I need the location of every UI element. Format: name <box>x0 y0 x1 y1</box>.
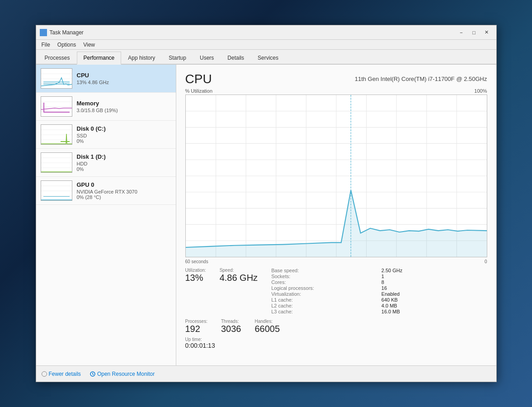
svg-rect-1 <box>44 30 46 32</box>
cpu-title: CPU <box>185 72 212 86</box>
content-area: CPU 13% 4.86 GHz Memory 3.0/15.8 <box>36 65 496 365</box>
sidebar-item-memory[interactable]: Memory 3.0/15.8 GB (19%) <box>36 93 176 121</box>
window-title: Task Manager <box>50 29 456 36</box>
open-resource-monitor-button[interactable]: Open Resource Monitor <box>90 371 155 377</box>
tab-details[interactable]: Details <box>221 52 251 64</box>
processes-stat-label: Processes: <box>185 319 207 324</box>
utilization-label: % Utilization <box>185 88 213 94</box>
cpu-sidebar-name: CPU <box>77 72 171 79</box>
svg-rect-0 <box>41 30 43 32</box>
l2-value: 4.0 MB <box>381 303 487 308</box>
l1-value: 640 KB <box>381 297 487 303</box>
processes-stat-value: 192 <box>185 324 207 334</box>
memory-sidebar-detail: 3.0/15.8 GB (19%) <box>77 108 171 113</box>
l3-value: 16.0 MB <box>381 309 487 314</box>
base-speed-value: 2.50 GHz <box>381 268 487 273</box>
sidebar-item-disk1[interactable]: Disk 1 (D:) HDD 0% <box>36 149 176 177</box>
chart-wrapper: % Utilization 100% <box>185 88 487 264</box>
tab-processes[interactable]: Processes <box>38 52 77 64</box>
menu-file[interactable]: File <box>38 41 54 49</box>
sidebar-item-gpu[interactable]: GPU 0 NVIDIA GeForce RTX 3070 0% (28 °C) <box>36 177 176 205</box>
app-icon <box>40 29 47 36</box>
chart-top-labels: % Utilization 100% <box>185 88 487 95</box>
speed-stat-value: 4.86 GHz <box>220 273 258 283</box>
cpu-chart <box>185 95 487 257</box>
disk0-thumbnail <box>41 124 72 145</box>
menu-bar: File Options View <box>36 40 496 50</box>
svg-rect-3 <box>44 33 46 35</box>
cores-value: 8 <box>381 279 487 285</box>
stat-utilization: Utilization: 13% <box>185 268 206 283</box>
base-speed-label: Base speed: <box>271 268 377 273</box>
disk0-sidebar-detail1: SSD <box>77 133 171 138</box>
virtualization-label: Virtualization: <box>271 291 377 297</box>
tab-performance[interactable]: Performance <box>77 52 122 65</box>
gpu-thumbnail <box>41 180 72 201</box>
menu-view[interactable]: View <box>80 41 99 49</box>
minimize-button[interactable]: − <box>456 28 467 37</box>
disk1-thumbnail <box>41 152 72 173</box>
monitor-icon <box>90 371 95 377</box>
gpu-sidebar-detail2: 0% (28 °C) <box>77 194 171 200</box>
min-label: 0 <box>485 259 487 264</box>
svg-rect-8 <box>41 97 72 117</box>
sidebar-item-cpu[interactable]: CPU 13% 4.86 GHz <box>36 65 176 93</box>
time-label: 60 seconds <box>185 259 208 264</box>
tab-services[interactable]: Services <box>251 52 285 64</box>
cores-label: Cores: <box>271 279 377 285</box>
threads-stat-value: 3036 <box>221 324 241 334</box>
memory-thumbnail <box>41 96 72 117</box>
handles-stat-value: 66005 <box>254 324 280 334</box>
disk0-sidebar-detail2: 0% <box>77 138 171 144</box>
open-monitor-label: Open Resource Monitor <box>97 371 155 377</box>
logical-value: 16 <box>381 285 487 291</box>
disk1-sidebar-detail2: 0% <box>77 166 171 172</box>
tab-users[interactable]: Users <box>193 52 221 64</box>
l3-label: L3 cache: <box>271 309 377 314</box>
menu-options[interactable]: Options <box>54 41 80 49</box>
gpu-sidebar-name: GPU 0 <box>77 181 171 188</box>
fewer-details-button[interactable]: Fewer details <box>42 371 81 377</box>
stat-handles: Handles: 66005 <box>254 319 280 334</box>
sidebar: CPU 13% 4.86 GHz Memory 3.0/15.8 <box>36 65 176 365</box>
maximize-button[interactable]: □ <box>468 28 480 37</box>
threads-stat-label: Threads: <box>221 319 241 324</box>
gpu-sidebar-info: GPU 0 NVIDIA GeForce RTX 3070 0% (28 °C) <box>77 181 171 200</box>
title-bar: Task Manager − □ ✕ <box>36 25 496 40</box>
logical-label: Logical processors: <box>271 285 377 291</box>
cpu-subtitle: 11th Gen Intel(R) Core(TM) i7-11700F @ 2… <box>355 76 487 82</box>
disk1-sidebar-name: Disk 1 (D:) <box>77 153 171 160</box>
disk0-sidebar-info: Disk 0 (C:) SSD 0% <box>77 125 171 144</box>
main-panel: CPU 11th Gen Intel(R) Core(TM) i7-11700F… <box>176 65 496 365</box>
close-button[interactable]: ✕ <box>481 28 493 37</box>
stat-threads: Threads: 3036 <box>221 319 241 334</box>
tab-bar: Processes Performance App history Startu… <box>36 50 496 65</box>
speed-stat-label: Speed: <box>220 268 258 273</box>
cpu-thumbnail <box>41 68 72 89</box>
svg-line-47 <box>93 374 94 375</box>
cpu-sidebar-info: CPU 13% 4.86 GHz <box>77 72 171 85</box>
stat-processes: Processes: 192 <box>185 319 207 334</box>
fewer-details-label: Fewer details <box>49 371 81 377</box>
max-percent-label: 100% <box>474 88 487 95</box>
uptime-value: 0:00:01:13 <box>185 342 487 349</box>
virtualization-value: Enabled <box>381 291 487 297</box>
sidebar-item-disk0[interactable]: Disk 0 (C:) SSD 0% <box>36 121 176 149</box>
cpu-sidebar-detail: 13% 4.86 GHz <box>77 80 171 85</box>
footer: Fewer details Open Resource Monitor <box>36 365 496 382</box>
disk1-sidebar-info: Disk 1 (D:) HDD 0% <box>77 153 171 172</box>
utilization-stat-value: 13% <box>185 273 206 283</box>
tab-startup[interactable]: Startup <box>162 52 193 64</box>
window-controls: − □ ✕ <box>456 28 493 37</box>
memory-sidebar-info: Memory 3.0/15.8 GB (19%) <box>77 100 171 113</box>
sockets-label: Sockets: <box>271 274 377 279</box>
tab-app-history[interactable]: App history <box>121 52 162 64</box>
cpu-header: CPU 11th Gen Intel(R) Core(TM) i7-11700F… <box>185 72 487 86</box>
uptime-section: Up time: 0:00:01:13 <box>185 337 487 349</box>
l2-label: L2 cache: <box>271 303 377 308</box>
gpu-sidebar-detail1: NVIDIA GeForce RTX 3070 <box>77 189 171 194</box>
memory-sidebar-name: Memory <box>77 100 171 107</box>
fewer-details-icon <box>42 371 47 377</box>
disk1-sidebar-detail1: HDD <box>77 161 171 166</box>
stat-speed: Speed: 4.86 GHz <box>220 268 258 283</box>
